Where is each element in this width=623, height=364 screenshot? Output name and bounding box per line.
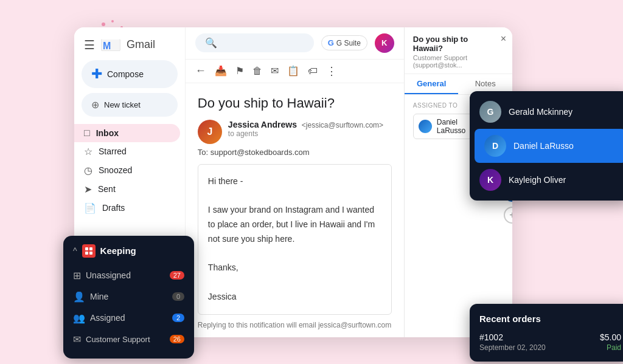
report-icon[interactable]: ⚑ xyxy=(235,65,244,77)
agents-dropdown: G Gerald Mckinney D Daniel LaRusso K Kay… xyxy=(470,91,623,201)
search-icon: 🔍 xyxy=(205,37,217,49)
daniel-name: Daniel LaRusso xyxy=(513,141,574,151)
gerald-avatar: G xyxy=(479,101,501,123)
assigned-avatar xyxy=(419,120,432,133)
person-icon: 👤 xyxy=(73,291,85,303)
order-status: Paid xyxy=(600,343,621,352)
keeping-sidebar: ^ Keeping ⊞ Unassigned 27 xyxy=(63,236,194,359)
body-line-4: Jessica xyxy=(208,290,381,304)
send-icon: ➤ xyxy=(84,184,92,195)
orders-title: Recent orders xyxy=(479,314,621,324)
label-icon[interactable]: 🏷 xyxy=(308,66,318,77)
sidebar-item-drafts[interactable]: 📄 Drafts xyxy=(74,199,185,218)
sender-to: to agents xyxy=(228,129,383,138)
customer-support-label: Customer Support xyxy=(86,335,165,344)
notification-text: Replying to this notification will email… xyxy=(198,321,392,329)
agent-item-kayleigh[interactable]: K Kayleigh Oliver xyxy=(470,163,623,197)
archive-icon[interactable]: 📥 xyxy=(215,65,227,77)
drafts-label: Drafts xyxy=(102,203,125,213)
keeping-item-mine[interactable]: 👤 Mine 0 xyxy=(63,286,194,307)
mail-icon[interactable]: ✉ xyxy=(271,65,279,77)
svg-rect-19 xyxy=(85,247,88,250)
sidebar-item-inbox[interactable]: □ Inbox xyxy=(74,124,180,142)
draft-icon: 📄 xyxy=(84,202,96,214)
layers-icon: ⊞ xyxy=(73,270,81,281)
sidebar-item-snoozed[interactable]: ◷ Snoozed xyxy=(74,161,185,180)
more-icon[interactable]: ⋮ xyxy=(326,64,337,78)
body-line-2: I saw your brand on Instagram and I want… xyxy=(208,203,381,246)
order-date: September 02, 2020 xyxy=(479,343,546,352)
gmail-header: ☰ M xyxy=(74,35,185,60)
sender-name-row: Jessica Andrews <jessica@surftown.com> xyxy=(228,120,383,129)
agent-item-daniel[interactable]: D Daniel LaRusso xyxy=(475,129,623,163)
gmail-text: Gmail xyxy=(127,38,155,51)
sidebar-item-starred[interactable]: ☆ Starred xyxy=(74,142,185,161)
tab-general[interactable]: General xyxy=(405,74,459,94)
inbox-label: Inbox xyxy=(96,128,119,138)
body-line-3: Thanks, xyxy=(208,261,381,275)
starred-label: Starred xyxy=(99,146,127,156)
order-amount: $5.00 xyxy=(600,332,621,342)
gsuite-g-icon: G xyxy=(328,38,334,47)
email-subject: Do you ship to Hawaii? xyxy=(198,95,392,111)
snooze-icon[interactable]: 📋 xyxy=(287,65,299,77)
badge-plus[interactable]: + xyxy=(504,207,512,224)
clock-icon: ◷ xyxy=(84,165,92,176)
customer-support-badge: 26 xyxy=(170,335,184,343)
search-bar[interactable]: 🔍 xyxy=(195,33,314,52)
gmail-logo: M xyxy=(100,37,122,53)
body-line-1: Hi there - xyxy=(208,174,381,189)
sender-avatar: J xyxy=(198,120,222,144)
search-input[interactable] xyxy=(222,38,304,48)
hamburger-icon[interactable]: ☰ xyxy=(84,38,95,52)
mine-label: Mine xyxy=(90,292,167,301)
panel-header: Do you ship to Hawaii? Customer Support … xyxy=(405,27,512,74)
keeping-header: ^ Keeping xyxy=(63,244,194,265)
order-left: #1002 September 02, 2020 xyxy=(479,332,546,352)
gmail-content: 🔍 G G Suite K ← 📥 ⚑ 🗑 xyxy=(186,27,404,337)
keeping-item-customer-support[interactable]: ✉ Customer Support 26 xyxy=(63,329,194,350)
email-body-container: Do you ship to Hawaii? J Jessica Andrews… xyxy=(186,83,404,337)
sender-name: Jessica Andrews xyxy=(228,120,297,129)
mail-icon: ✉ xyxy=(73,334,81,345)
new-ticket-plus-icon: ⊕ xyxy=(91,99,99,111)
keeping-item-assigned[interactable]: 👥 Assigned 2 xyxy=(63,307,194,329)
unassigned-badge: 27 xyxy=(170,271,184,280)
sent-label: Sent xyxy=(98,184,116,194)
snoozed-label: Snoozed xyxy=(99,165,132,175)
compose-button[interactable]: ✚ Compose xyxy=(82,60,178,88)
email-toolbar: ← 📥 ⚑ 🗑 ✉ 📋 🏷 ⋮ xyxy=(186,60,404,83)
user-avatar[interactable]: K xyxy=(375,33,394,53)
new-ticket-button[interactable]: ⊕ New ticket xyxy=(82,93,178,117)
new-ticket-label: New ticket xyxy=(104,100,141,109)
close-icon[interactable]: × xyxy=(501,33,506,44)
keeping-title: Keeping xyxy=(100,246,136,256)
daniel-avatar: D xyxy=(484,135,506,157)
order-right: $5.00 Paid xyxy=(600,332,621,352)
svg-rect-21 xyxy=(85,252,88,255)
compose-plus-icon: ✚ xyxy=(91,67,102,81)
gsuite-badge: G G Suite xyxy=(321,35,367,50)
svg-rect-18 xyxy=(100,37,122,53)
to-address: To: support@stokedboards.com xyxy=(198,148,392,157)
delete-icon[interactable]: 🗑 xyxy=(252,66,262,77)
sender-details: Jessica Andrews <jessica@surftown.com> t… xyxy=(228,120,383,144)
kayleigh-avatar: K xyxy=(479,169,501,191)
assigned-badge: 2 xyxy=(172,314,184,322)
panel-title: Do you ship to Hawaii? xyxy=(413,35,504,53)
keeping-item-unassigned[interactable]: ⊞ Unassigned 27 xyxy=(63,265,194,286)
order-row: #1002 September 02, 2020 $5.00 Paid xyxy=(479,332,621,352)
mine-badge: 0 xyxy=(172,292,184,301)
back-icon[interactable]: ← xyxy=(195,64,206,77)
kayleigh-name: Kayleigh Oliver xyxy=(509,175,566,185)
svg-rect-22 xyxy=(89,252,92,255)
order-id: #1002 xyxy=(479,332,546,342)
sidebar-item-sent[interactable]: ➤ Sent xyxy=(74,180,185,199)
agent-item-gerald[interactable]: G Gerald Mckinney xyxy=(470,95,623,129)
svg-rect-20 xyxy=(89,247,92,250)
star-icon: ☆ xyxy=(84,146,92,157)
assigned-label: Assigned xyxy=(90,313,167,323)
email-body-box: Hi there - I saw your brand on Instagram… xyxy=(198,164,392,315)
gerald-name: Gerald Mckinney xyxy=(509,107,573,117)
keeping-chevron-up[interactable]: ^ xyxy=(73,246,77,256)
